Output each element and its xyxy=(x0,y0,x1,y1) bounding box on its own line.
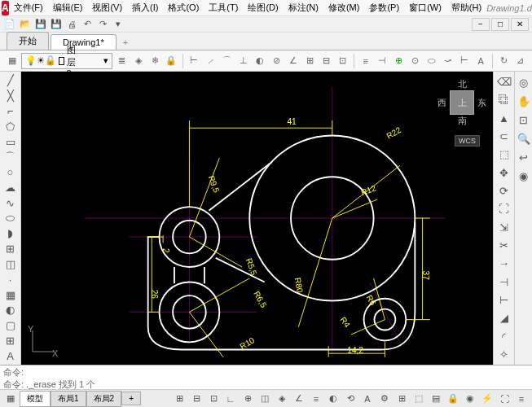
menu-item[interactable]: 参数(P) xyxy=(364,0,404,15)
dim-baseline-icon[interactable]: ⊟ xyxy=(319,53,333,69)
wcs-badge[interactable]: WCS xyxy=(455,135,480,147)
layer-lock-icon[interactable]: 🔒 xyxy=(165,53,178,69)
doc-close-button[interactable]: ✕ xyxy=(511,18,529,31)
circle-icon[interactable]: ○ xyxy=(2,165,20,180)
menu-item[interactable]: 帮助(H) xyxy=(446,0,486,15)
menu-item[interactable]: 工具(T) xyxy=(204,0,243,15)
transparency-icon[interactable]: ◐ xyxy=(326,392,341,406)
save-icon[interactable]: 💾 xyxy=(34,18,47,31)
ellipse-icon[interactable]: ⬭ xyxy=(2,211,20,225)
zoom-extents-icon[interactable]: ⊡ xyxy=(515,111,533,129)
insert-icon[interactable]: ⊞ xyxy=(2,242,20,256)
tab-add-button[interactable]: + xyxy=(118,35,133,50)
menu-item[interactable]: 编辑(E) xyxy=(48,0,88,15)
redo-icon[interactable]: ↷ xyxy=(96,18,109,31)
rotate-icon[interactable]: ⟳ xyxy=(495,182,513,199)
tab-layout2[interactable]: 布局2 xyxy=(86,391,122,407)
new-icon[interactable]: 📄 xyxy=(3,18,16,31)
dim-aligned-icon[interactable]: ⟋ xyxy=(204,53,218,69)
wheel-icon[interactable]: ◎ xyxy=(515,73,533,91)
menu-item[interactable]: 修改(M) xyxy=(323,0,365,15)
snap-toggle-icon[interactable]: ⊡ xyxy=(206,392,221,406)
break-icon[interactable]: ⊣ xyxy=(495,273,513,290)
revcloud-icon[interactable]: ☁ xyxy=(2,181,20,195)
hwaccel-icon[interactable]: ⚡ xyxy=(480,392,495,406)
layer-iso-icon[interactable]: ◈ xyxy=(131,53,145,69)
join-icon[interactable]: ⊢ xyxy=(495,291,513,309)
region-icon[interactable]: ▢ xyxy=(2,318,20,333)
tab-model[interactable]: 模型 xyxy=(20,391,51,407)
layer-selector[interactable]: 💡 ☀ 🔓 图层2 ▾ xyxy=(21,53,112,69)
inspect-icon[interactable]: ⬭ xyxy=(424,53,438,69)
dim-ordinate-icon[interactable]: ⊥ xyxy=(236,53,250,69)
viewcube[interactable]: 北 西 上 东 南 xyxy=(437,78,486,127)
menu-item[interactable]: 格式(O) xyxy=(163,0,204,15)
doc-minimize-button[interactable]: − xyxy=(472,18,490,31)
hatch-icon[interactable]: ▦ xyxy=(2,287,20,302)
dim-quick-icon[interactable]: ⊞ xyxy=(302,53,316,69)
dim-arc-icon[interactable]: ⌒ xyxy=(220,53,234,69)
dim-continue-icon[interactable]: ⊡ xyxy=(336,53,350,69)
ellipse-arc-icon[interactable]: ◗ xyxy=(2,226,20,241)
jogged-icon[interactable]: ⤻ xyxy=(441,53,455,69)
grid-icon[interactable]: ▦ xyxy=(3,392,18,406)
cycling-icon[interactable]: ⟲ xyxy=(343,392,358,406)
drawing-canvas[interactable]: 41R22R12R9,5R5,5R80R6,5R6R4R1014,237262 … xyxy=(21,72,493,365)
dim-radius-icon[interactable]: ◐ xyxy=(253,53,267,69)
undo-icon[interactable]: ↶ xyxy=(81,18,94,31)
dim-style-icon[interactable]: ⊿ xyxy=(513,53,527,69)
dim-space-icon[interactable]: ≡ xyxy=(358,53,372,69)
explode-icon[interactable]: ✧ xyxy=(495,346,513,363)
menu-item[interactable]: 窗口(W) xyxy=(404,0,446,15)
doc-maximize-button[interactable]: □ xyxy=(491,18,509,31)
menu-item[interactable]: 视图(V) xyxy=(87,0,127,15)
extend-icon[interactable]: → xyxy=(495,255,513,272)
arc-icon[interactable]: ⌒ xyxy=(2,150,20,164)
lweight-icon[interactable]: ≡ xyxy=(309,392,323,406)
gradient-icon[interactable]: ◐ xyxy=(2,303,20,317)
layer-states-icon[interactable]: ≣ xyxy=(115,53,129,69)
open-icon[interactable]: 📂 xyxy=(19,18,32,31)
mtext-icon[interactable]: A xyxy=(2,348,20,363)
tab-layout1[interactable]: 布局1 xyxy=(51,391,86,407)
erase-icon[interactable]: ⌫ xyxy=(495,73,513,90)
tab-start[interactable]: 开始 xyxy=(7,32,49,50)
ortho-icon[interactable]: ∟ xyxy=(223,392,238,406)
spline-icon[interactable]: ∿ xyxy=(2,195,20,210)
polygon-icon[interactable]: ⬠ xyxy=(2,119,20,133)
saveas-icon[interactable]: 💾 xyxy=(50,18,63,31)
cleanscreen-icon[interactable]: ⛶ xyxy=(497,392,512,406)
isolate-icon[interactable]: ◉ xyxy=(463,392,477,406)
zoom-prev-icon[interactable]: ↩ xyxy=(515,148,533,166)
orbit-icon[interactable]: ◉ xyxy=(515,167,533,185)
layer-props-icon[interactable]: ▦ xyxy=(5,53,19,69)
layer-freeze-icon[interactable]: ❄ xyxy=(147,53,161,69)
grid-toggle-icon[interactable]: ⊟ xyxy=(189,392,204,406)
command-line[interactable]: 命令: 命令: ._erase 找到 1 个 xyxy=(0,365,532,389)
model-paper-icon[interactable]: ⊞ xyxy=(172,392,187,406)
qat-dropdown-icon[interactable]: ▾ xyxy=(112,18,125,31)
block-icon[interactable]: ◫ xyxy=(2,257,20,272)
tab-drawing1[interactable]: Drawing1* xyxy=(51,34,117,50)
custom-icon[interactable]: ≡ xyxy=(514,392,529,406)
array-icon[interactable]: ⬚ xyxy=(495,146,513,163)
fillet-icon[interactable]: ◜ xyxy=(495,327,513,344)
offset-icon[interactable]: ⊂ xyxy=(495,128,513,145)
point-icon[interactable]: · xyxy=(2,272,20,287)
dim-update-icon[interactable]: ↻ xyxy=(497,53,511,69)
xline-icon[interactable]: ╳ xyxy=(2,89,20,103)
menu-item[interactable]: 文件(F) xyxy=(9,0,48,15)
polyline-icon[interactable]: ⌐ xyxy=(2,104,20,119)
table-icon[interactable]: ⊞ xyxy=(2,334,20,348)
stretch-icon[interactable]: ⇲ xyxy=(495,219,513,236)
3dosnap-icon[interactable]: ◈ xyxy=(275,392,289,406)
copy-icon[interactable]: ⿻ xyxy=(495,91,513,108)
menu-item[interactable]: 插入(I) xyxy=(127,0,163,15)
menu-item[interactable]: 标注(N) xyxy=(284,0,323,15)
workspace-icon[interactable]: ⚙ xyxy=(377,392,392,406)
pan-icon[interactable]: ✋ xyxy=(515,92,533,110)
tolerance-icon[interactable]: ⊕ xyxy=(391,53,405,69)
dim-linear-icon[interactable]: ⊢ xyxy=(187,53,201,69)
annotation-icon[interactable]: A xyxy=(360,392,375,406)
mirror-icon[interactable]: ▲ xyxy=(495,110,513,127)
